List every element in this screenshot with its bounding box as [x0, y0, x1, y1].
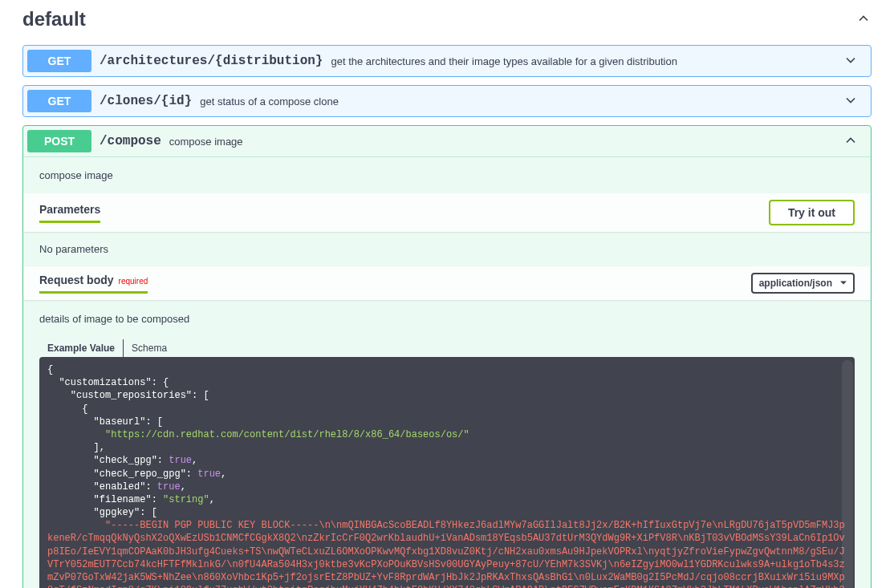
chevron-down-icon[interactable] — [835, 52, 867, 71]
method-badge-get: GET — [27, 90, 91, 112]
no-parameters: No parameters — [23, 232, 871, 266]
request-body-title: Request bodyrequired — [39, 274, 148, 294]
op-path: /compose — [100, 134, 161, 148]
content-type-select[interactable]: application/json — [751, 273, 855, 294]
parameters-header: Parameters Try it out — [23, 193, 871, 232]
tab-schema[interactable]: Schema — [123, 339, 175, 357]
op-summary[interactable]: GET /clones/{id} get status of a compose… — [23, 86, 871, 116]
op-desc: get status of a compose clone — [200, 95, 339, 107]
op-body: compose image Parameters Try it out No p… — [23, 156, 871, 588]
section-title: default — [22, 8, 86, 30]
op-summary[interactable]: POST /compose compose image — [23, 126, 871, 156]
required-badge: required — [119, 277, 148, 286]
body-description: details of image to be composed — [23, 300, 871, 325]
request-body-header: Request bodyrequired application/json — [23, 266, 871, 300]
chevron-up-icon[interactable] — [835, 132, 867, 151]
op-block-compose: POST /compose compose image compose imag… — [22, 125, 872, 588]
scrollbar-vertical[interactable] — [842, 360, 853, 588]
try-it-out-button[interactable]: Try it out — [769, 200, 855, 225]
example-tabs: Example Value Schema — [39, 339, 855, 357]
op-path: /clones/{id} — [100, 94, 192, 108]
section-header[interactable]: default — [22, 0, 872, 45]
parameters-title: Parameters — [39, 203, 100, 223]
tab-example-value[interactable]: Example Value — [39, 339, 123, 357]
op-path: /architectures/{distribution} — [100, 54, 323, 68]
op-long-desc: compose image — [23, 157, 871, 193]
op-desc: compose image — [169, 136, 243, 148]
op-summary[interactable]: GET /architectures/{distribution} get th… — [23, 46, 871, 76]
request-body-label: Request body — [39, 274, 114, 286]
method-badge-post: POST — [27, 130, 91, 152]
op-desc: get the architectures and their image ty… — [331, 55, 677, 67]
method-badge-get: GET — [27, 50, 91, 72]
chevron-up-icon — [855, 10, 872, 29]
example-code[interactable]: { "customizations": { "custom_repositori… — [39, 357, 855, 588]
op-block-clones: GET /clones/{id} get status of a compose… — [22, 85, 872, 117]
op-block-architectures: GET /architectures/{distribution} get th… — [22, 45, 872, 77]
chevron-down-icon[interactable] — [835, 92, 867, 111]
